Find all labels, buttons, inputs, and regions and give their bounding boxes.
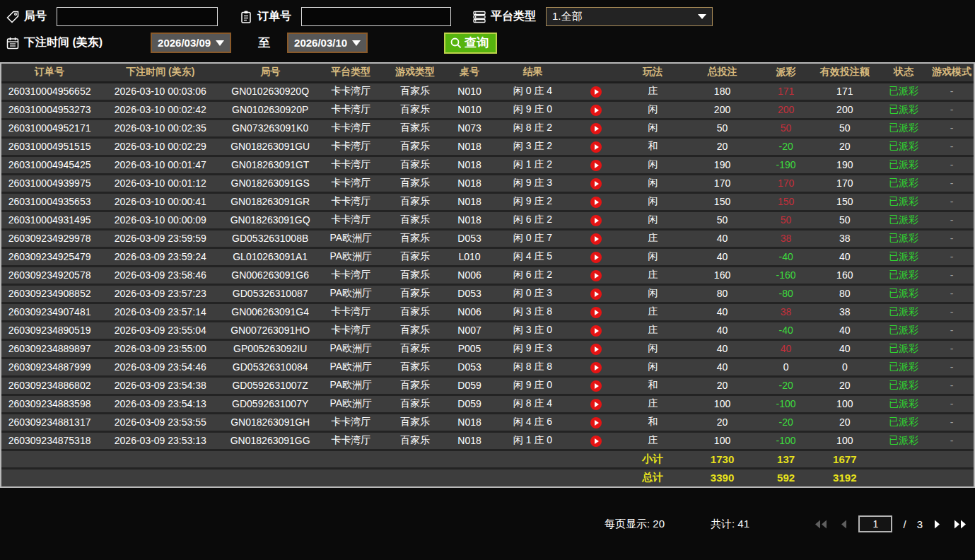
cell-payout: -100 (759, 395, 812, 413)
cell-order-no: 260309234886802 (1, 376, 98, 395)
video-play-icon[interactable] (590, 215, 602, 226)
col-header-video (572, 64, 621, 82)
video-play-icon[interactable] (590, 270, 602, 281)
date-from-picker[interactable]: 2026/03/09 (151, 33, 231, 53)
video-play-icon[interactable] (590, 141, 602, 153)
col-header-bet-type: 玩法 (621, 64, 685, 82)
cell-video (572, 376, 621, 395)
cell-platform: 卡卡湾厅 (317, 100, 385, 119)
video-play-icon[interactable] (590, 197, 602, 208)
cell-payout: 50 (759, 119, 812, 137)
tag-icon (6, 10, 20, 24)
video-play-icon[interactable] (590, 160, 602, 171)
cell-video (572, 321, 621, 339)
cell-bet-time: 2026-03-09 23:54:13 (98, 395, 223, 413)
cell-game-mode: - (930, 431, 974, 450)
pager: / 3 (813, 515, 968, 532)
col-header-order-no: 订单号 (1, 64, 98, 82)
video-play-icon[interactable] (590, 105, 602, 116)
cell-game-mode: - (930, 321, 974, 339)
cell-valid-bet: 170 (812, 174, 877, 192)
cell-video (572, 211, 621, 229)
col-header-payout: 派彩 (759, 64, 812, 82)
status-badge: 已派彩 (877, 431, 930, 450)
video-play-icon[interactable] (590, 86, 602, 98)
cell-round-no: GN018263091GR (223, 192, 317, 211)
cell-bet-type: 闲 (621, 192, 685, 211)
table-row: 260309234889897 2026-03-09 23:55:00 GP00… (1, 339, 974, 358)
video-play-icon[interactable] (590, 307, 602, 318)
last-page-icon[interactable] (952, 519, 968, 530)
table-row: 260310004931495 2026-03-10 00:00:09 GN01… (1, 211, 974, 229)
status-badge: 已派彩 (877, 413, 930, 431)
cell-order-no: 260309234929978 (1, 229, 98, 247)
cell-video (572, 229, 621, 247)
table-row: 260309234875318 2026-03-09 23:53:13 GN01… (1, 431, 974, 450)
cell-game-mode: - (930, 303, 974, 321)
page-number-input[interactable] (858, 515, 892, 532)
cell-platform: PA欧洲厅 (317, 284, 385, 303)
cell-order-no: 260309234889897 (1, 339, 98, 358)
total-count-label: 共计: (711, 518, 735, 530)
search-button-label: 查询 (465, 35, 489, 51)
cell-bet-time: 2026-03-10 00:01:47 (98, 156, 223, 174)
round-no-input[interactable] (57, 7, 218, 26)
cell-payout: 38 (759, 303, 812, 321)
cell-total-bet: 50 (685, 211, 760, 229)
platform-type-select[interactable]: 1.全部 (546, 7, 713, 26)
cell-order-no: 260309234908852 (1, 284, 98, 303)
video-play-icon[interactable] (590, 288, 602, 300)
prev-page-icon[interactable] (839, 519, 848, 530)
video-play-icon[interactable] (590, 325, 602, 337)
cell-table-no: N018 (445, 174, 493, 192)
video-play-icon[interactable] (590, 123, 602, 134)
cell-payout: 40 (759, 339, 812, 358)
video-play-icon[interactable] (590, 436, 602, 447)
video-play-icon[interactable] (590, 344, 602, 355)
search-button[interactable]: 查询 (444, 33, 497, 54)
status-badge: 已派彩 (877, 376, 930, 395)
cell-table-no: N018 (445, 413, 493, 431)
cell-round-no: GN018263091GU (223, 137, 317, 156)
cell-table-no: D053 (445, 229, 493, 247)
order-no-input[interactable] (301, 7, 451, 26)
cell-total-bet: 100 (685, 395, 760, 413)
video-play-icon[interactable] (590, 178, 602, 189)
cell-payout: -40 (759, 321, 812, 339)
cell-round-no: GD0532631008B (223, 229, 317, 247)
subtotal-payout: 137 (759, 450, 812, 468)
status-badge: 已派彩 (877, 339, 930, 358)
cell-table-no: N010 (445, 82, 493, 100)
video-play-icon[interactable] (590, 399, 602, 410)
cell-game-type: 百家乐 (385, 431, 446, 450)
cell-bet-type: 和 (621, 413, 685, 431)
date-to-picker[interactable]: 2026/03/10 (287, 33, 368, 53)
cell-platform: 卡卡湾厅 (317, 174, 385, 192)
bet-time-label: 下注时间 (美东) (24, 35, 103, 50)
video-play-icon[interactable] (590, 252, 602, 263)
video-play-icon[interactable] (590, 362, 602, 373)
cell-bet-type: 庄 (621, 395, 685, 413)
per-page-display: 每页显示: 20 (605, 518, 665, 531)
orders-table: 订单号 下注时间 (美东) 局号 平台类型 游戏类型 桌号 结果 玩法 总投注 … (1, 64, 974, 486)
chevron-down-icon (698, 14, 706, 19)
cell-round-no: GN073263091K0 (223, 119, 317, 137)
video-play-icon[interactable] (590, 380, 602, 392)
video-play-icon[interactable] (590, 233, 602, 245)
cell-game-mode: - (930, 413, 974, 431)
cell-order-no: 260310004939975 (1, 174, 98, 192)
cell-video (572, 156, 621, 174)
cell-round-no: GN018263091GQ (223, 211, 317, 229)
first-page-icon[interactable] (813, 519, 829, 530)
table-row: 260310004951515 2026-03-10 00:02:29 GN01… (1, 137, 974, 156)
cell-total-bet: 20 (685, 137, 760, 156)
cell-table-no: P005 (445, 339, 493, 358)
cell-game-type: 百家乐 (385, 156, 446, 174)
video-play-icon[interactable] (590, 417, 602, 428)
cell-table-no: N018 (445, 192, 493, 211)
cell-table-no: N018 (445, 156, 493, 174)
next-page-icon[interactable] (933, 519, 942, 530)
cell-payout: 171 (759, 82, 812, 100)
cell-bet-type: 庄 (621, 229, 685, 247)
status-badge: 已派彩 (877, 303, 930, 321)
